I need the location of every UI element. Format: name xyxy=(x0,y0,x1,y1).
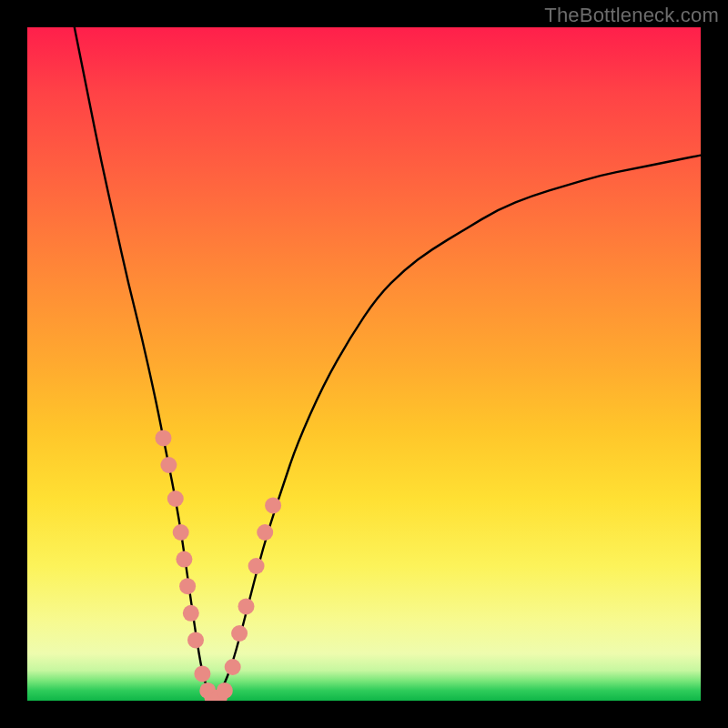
highlight-dot xyxy=(225,659,241,675)
highlight-dot xyxy=(167,490,184,507)
highlight-dot xyxy=(179,578,196,594)
highlight-dot xyxy=(183,605,199,622)
highlight-dots xyxy=(156,430,282,701)
highlight-dot xyxy=(176,551,192,568)
highlight-dot xyxy=(257,524,273,541)
highlight-dot xyxy=(238,598,255,614)
chart-frame: TheBottleneck.com xyxy=(0,0,728,728)
bottleneck-curve xyxy=(75,27,701,698)
highlight-dot xyxy=(265,497,281,513)
highlight-dot xyxy=(187,632,204,648)
highlight-dot xyxy=(160,457,177,473)
plot-area xyxy=(27,27,701,701)
chart-svg xyxy=(27,27,701,701)
highlight-dot xyxy=(173,524,189,541)
watermark-text: TheBottleneck.com xyxy=(544,4,719,27)
highlight-dot xyxy=(217,682,233,699)
highlight-dot xyxy=(194,665,210,682)
highlight-dot xyxy=(248,558,265,574)
highlight-dot xyxy=(231,625,248,642)
highlight-dot xyxy=(156,430,172,446)
